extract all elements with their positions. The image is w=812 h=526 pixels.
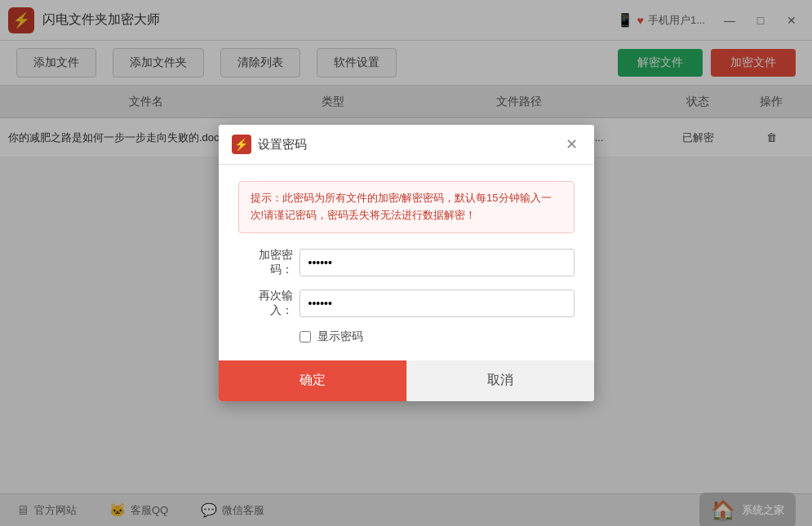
confirm-label: 再次输入：: [238, 289, 300, 318]
confirm-row: 再次输入：: [238, 289, 575, 318]
dialog-warning: 提示：此密码为所有文件的加密/解密密码，默认每15分钟输入一次!请谨记密码，密码…: [238, 181, 575, 233]
dialog-header: ⚡ 设置密码 ✕: [219, 125, 594, 165]
show-password-row: 显示密码: [238, 329, 575, 344]
password-label: 加密密码：: [238, 248, 300, 277]
password-input[interactable]: [300, 249, 575, 276]
password-row: 加密密码：: [238, 248, 575, 277]
cancel-button[interactable]: 取消: [406, 360, 594, 401]
dialog-body: 提示：此密码为所有文件的加密/解密密码，默认每15分钟输入一次!请谨记密码，密码…: [219, 165, 594, 360]
dialog-title-row: ⚡ 设置密码: [232, 135, 307, 154]
dialog-title: 设置密码: [258, 137, 307, 152]
confirm-button[interactable]: 确定: [219, 360, 406, 401]
dialog-footer: 确定 取消: [219, 360, 594, 401]
confirm-input[interactable]: [300, 290, 575, 317]
modal-overlay: ⚡ 设置密码 ✕ 提示：此密码为所有文件的加密/解密密码，默认每15分钟输入一次…: [0, 0, 812, 526]
show-password-label[interactable]: 显示密码: [317, 329, 363, 344]
set-password-dialog: ⚡ 设置密码 ✕ 提示：此密码为所有文件的加密/解密密码，默认每15分钟输入一次…: [219, 125, 594, 401]
show-password-checkbox[interactable]: [300, 331, 311, 343]
dialog-icon: ⚡: [232, 135, 251, 154]
dialog-close-button[interactable]: ✕: [562, 135, 581, 153]
